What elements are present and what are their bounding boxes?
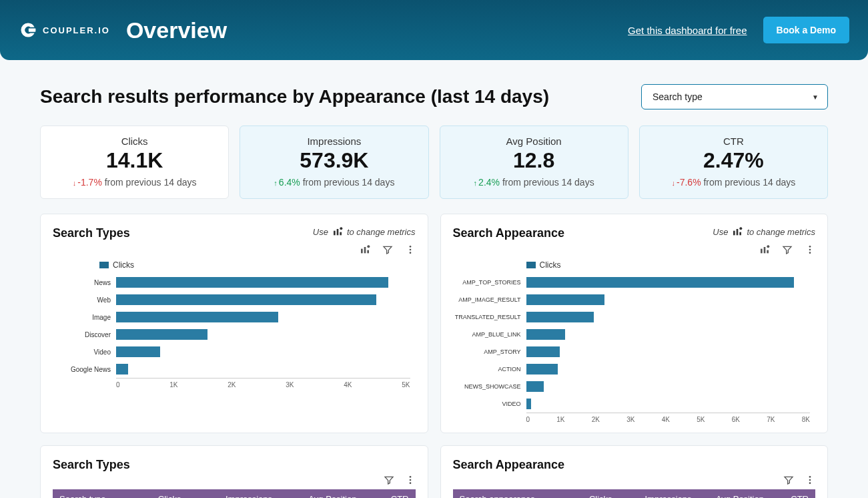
- metric-card-clicks: Clicks 14.1K -1.7% from previous 14 days: [40, 126, 229, 199]
- svg-point-4: [340, 227, 342, 230]
- search-types-table: Search type Clicks▼ Impressions Avg Posi…: [53, 489, 416, 498]
- metric-card-avg-position: Avg Position 12.8 2.4% from previous 14 …: [440, 126, 628, 199]
- bar-row: Discover: [53, 326, 410, 343]
- svg-rect-12: [733, 231, 735, 236]
- col-search-appearance[interactable]: Search appearance: [453, 489, 574, 498]
- col-impressions[interactable]: Impressions: [627, 489, 698, 498]
- filter-icon[interactable]: [783, 475, 794, 485]
- svg-point-28: [809, 482, 811, 484]
- svg-point-26: [809, 476, 811, 478]
- axis-tick: 3K: [286, 381, 294, 389]
- col-avg-position[interactable]: Avg Position: [279, 489, 363, 498]
- bar-fill: [116, 364, 128, 375]
- col-impressions[interactable]: Impressions: [196, 489, 279, 498]
- delta-down: -7.6%: [672, 177, 701, 188]
- col-search-type[interactable]: Search type: [53, 489, 135, 498]
- svg-point-8: [367, 245, 370, 248]
- col-clicks[interactable]: Clicks▼: [135, 489, 197, 498]
- legend-swatch: [526, 262, 536, 268]
- panel-hint: Use to change metrics: [713, 226, 815, 237]
- bar-row: Web: [53, 291, 410, 308]
- metric-label: Impressions: [247, 136, 421, 147]
- col-clicks[interactable]: Clicks▼: [574, 489, 628, 498]
- bar-label: Web: [53, 296, 116, 304]
- bar-fill: [526, 312, 594, 322]
- metric-card-ctr: CTR 2.47% -7.6% from previous 14 days: [639, 126, 828, 199]
- select-value: Search type: [641, 84, 828, 109]
- svg-point-22: [809, 252, 811, 254]
- bar-label: AMP_TOP_STORIES: [453, 279, 526, 286]
- bar-row: News: [53, 274, 410, 291]
- chart-config-icon[interactable]: [360, 244, 370, 255]
- header-right: Get this dashboard for free Book a Demo: [628, 17, 849, 43]
- metric-value: 573.9K: [247, 148, 421, 173]
- delta-up: 2.4%: [474, 177, 500, 188]
- chart-settings-icon: [732, 226, 743, 237]
- axis-tick: 4K: [344, 381, 352, 389]
- bar-fill: [116, 312, 278, 322]
- bar-fill: [526, 364, 558, 375]
- search-appearance-table: Search appearance Clicks▼ Impressions Av…: [453, 489, 816, 498]
- book-demo-button[interactable]: Book a Demo: [763, 17, 849, 43]
- bar-row: AMP_STORY: [453, 343, 811, 360]
- bar-label: AMP_STORY: [453, 348, 526, 355]
- svg-point-27: [809, 479, 811, 481]
- svg-rect-17: [764, 247, 766, 253]
- table-header-row: Search appearance Clicks▼ Impressions Av…: [453, 489, 816, 498]
- bar-fill: [116, 329, 207, 340]
- bar-fill: [526, 346, 560, 357]
- svg-point-11: [409, 252, 411, 254]
- metric-label: Clicks: [47, 136, 222, 147]
- metric-change: 2.4% from previous 14 days: [447, 177, 621, 188]
- metric-change: -7.6% from previous 14 days: [646, 177, 821, 188]
- legend-swatch: [99, 262, 109, 268]
- svg-rect-13: [737, 229, 739, 235]
- svg-point-21: [809, 249, 811, 251]
- delta-suffix: from previous 14 days: [105, 177, 197, 188]
- svg-rect-1: [334, 231, 336, 236]
- filter-icon[interactable]: [382, 244, 393, 255]
- more-icon[interactable]: [405, 475, 416, 485]
- filter-icon[interactable]: [384, 475, 394, 485]
- svg-point-25: [409, 482, 411, 484]
- get-dashboard-link[interactable]: Get this dashboard for free: [628, 25, 747, 36]
- bar-row: Google News: [53, 360, 410, 378]
- svg-rect-14: [740, 232, 742, 236]
- metric-value: 2.47%: [646, 148, 821, 173]
- panel-tools: [53, 244, 416, 255]
- axis-tick: 0: [526, 416, 530, 423]
- bar-fill: [526, 399, 532, 409]
- bar-row: TRANSLATED_RESULT: [453, 308, 811, 326]
- col-ctr[interactable]: CTR: [771, 489, 815, 498]
- panel-search-types-chart: Search Types Use to change metrics Click…: [40, 214, 428, 433]
- bar-label: VIDEO: [453, 401, 526, 407]
- col-ctr[interactable]: CTR: [363, 489, 415, 498]
- metric-change: -1.7% from previous 14 days: [47, 177, 222, 188]
- more-icon[interactable]: [805, 475, 815, 485]
- chart-config-icon[interactable]: [759, 244, 770, 255]
- more-icon[interactable]: [405, 244, 416, 255]
- bar-fill: [526, 381, 544, 392]
- header-page-title: Overview: [126, 17, 227, 43]
- delta-suffix: from previous 14 days: [703, 177, 795, 188]
- bar-label: Discover: [53, 331, 116, 338]
- brand-name: COUPLER.IO: [43, 25, 110, 35]
- metric-change: 6.4% from previous 14 days: [247, 177, 421, 188]
- brand-logo: COUPLER.IO: [19, 21, 110, 39]
- col-avg-position[interactable]: Avg Position: [699, 489, 771, 498]
- panel-tools: [453, 244, 816, 255]
- search-types-chart: Clicks NewsWebImageDiscoverVideoGoogle N…: [53, 260, 416, 389]
- search-type-select[interactable]: Search type ▼: [641, 84, 828, 109]
- svg-point-20: [809, 246, 811, 248]
- bar-label: AMP_IMAGE_RESULT: [453, 296, 526, 303]
- bar-fill: [116, 294, 376, 305]
- bar-row: NEWS_SHOWCASE: [453, 378, 811, 395]
- bar-row: Video: [53, 343, 410, 360]
- filter-icon[interactable]: [782, 244, 793, 255]
- bar-row: AMP_TOP_STORIES: [453, 274, 811, 291]
- svg-rect-2: [337, 229, 339, 235]
- more-icon[interactable]: [805, 244, 815, 255]
- svg-point-23: [409, 476, 411, 478]
- metric-value: 14.1K: [47, 148, 222, 173]
- bar-label: ACTION: [453, 366, 526, 372]
